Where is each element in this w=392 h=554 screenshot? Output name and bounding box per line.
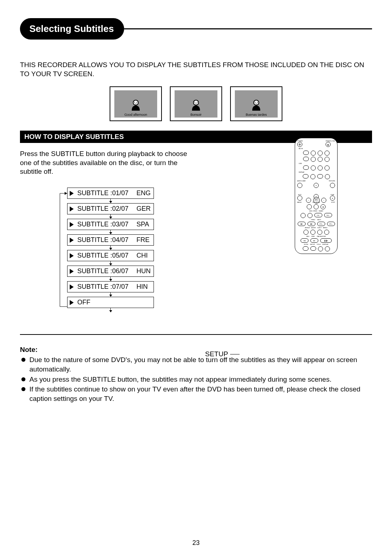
remote-btn-icon bbox=[303, 174, 309, 178]
down-arrow-icon bbox=[67, 308, 154, 312]
note-item: If the subtitles continue to show on you… bbox=[28, 385, 372, 403]
title-btn-label: TITLE bbox=[317, 244, 320, 245]
subtitle-lang: HIN bbox=[136, 283, 148, 291]
play-triangle-icon bbox=[70, 222, 74, 227]
timer-label: TIMER bbox=[319, 210, 323, 212]
audio-label: AUDIO bbox=[311, 227, 316, 229]
down-arrow-icon bbox=[67, 230, 154, 234]
remote-btn-icon bbox=[307, 204, 312, 209]
play-triangle-icon bbox=[70, 191, 74, 196]
mute-label: MUTE bbox=[299, 148, 303, 149]
subtitle-option: SUBTITLE :06/07 HUN bbox=[67, 266, 154, 277]
remote-btn-icon bbox=[325, 246, 330, 251]
note-block: Note: Due to the nature of some DVD's, y… bbox=[20, 346, 372, 403]
subtitle-lang: FRE bbox=[136, 236, 150, 244]
stop-label: STOP bbox=[331, 202, 335, 203]
down-arrow-icon bbox=[67, 277, 154, 281]
prev-button-icon: ⏮ bbox=[298, 222, 306, 226]
tv-caption: Buenas tardes bbox=[246, 113, 267, 116]
fwd-button-icon: ▸▸ bbox=[310, 238, 318, 243]
remote-btn-icon bbox=[317, 230, 322, 235]
openclose-label: OPEN/CLOSE bbox=[326, 140, 335, 142]
step-instruction: Press the SUBTITLE button during playbac… bbox=[20, 149, 194, 176]
tv-screen: Good afternoon bbox=[114, 90, 157, 118]
prev-label: PREV bbox=[311, 219, 315, 221]
subtitle-lang: HUN bbox=[136, 267, 151, 275]
svg-point-6 bbox=[195, 102, 195, 103]
menu2-label: MENU bbox=[323, 227, 327, 229]
person-icon bbox=[130, 98, 142, 111]
subtitle-lang: ENG bbox=[136, 189, 151, 197]
page-title: Selecting Subtitles bbox=[20, 18, 124, 40]
play-triangle-icon bbox=[70, 300, 74, 305]
title-row: Selecting Subtitles bbox=[20, 18, 372, 40]
remote-btn-icon bbox=[318, 151, 323, 156]
display-label: DISPLAY bbox=[322, 244, 328, 245]
next-button-icon: ⏭ bbox=[307, 222, 315, 226]
angle-label: ANGLE bbox=[305, 227, 310, 229]
power-label: POWER bbox=[297, 140, 303, 142]
remote-btn-icon bbox=[318, 165, 323, 171]
return-label: RETURN bbox=[329, 180, 335, 182]
ch-minus-icon: CH- bbox=[314, 213, 322, 217]
subtitle-option: SUBTITLE :01/07 ENG bbox=[67, 188, 154, 199]
svg-point-2 bbox=[134, 102, 135, 103]
svg-point-11 bbox=[257, 102, 258, 103]
remote-btn-icon bbox=[301, 213, 306, 218]
remote-btn-icon bbox=[311, 157, 316, 162]
remote-btn-icon bbox=[314, 204, 319, 209]
remote-btn-icon bbox=[297, 196, 302, 201]
note-item: As you press the SUBTITLE button, the su… bbox=[28, 375, 372, 384]
next-label: NEXT bbox=[317, 219, 321, 221]
tv-caption: Good afternoon bbox=[124, 113, 147, 116]
remote-btn-icon bbox=[318, 157, 323, 162]
remote-btn-icon bbox=[310, 230, 315, 235]
subtitle-option: SUBTITLE :03/07 SPA bbox=[67, 219, 154, 230]
remote-btn-icon bbox=[310, 174, 315, 179]
remote-btn-icon bbox=[311, 165, 316, 171]
play-button-icon: ▸ bbox=[330, 196, 335, 201]
pause-button-icon: ❚❚▸ bbox=[320, 238, 332, 243]
remote-btn-icon bbox=[330, 183, 335, 188]
slow-button-icon bbox=[303, 246, 309, 251]
subtitle-lang: SPA bbox=[136, 221, 149, 228]
subtitle-lang: GER bbox=[136, 205, 151, 213]
subtitle-label: SUBTITLE :02/07 bbox=[77, 205, 128, 213]
nav-left-icon: ‹ bbox=[306, 198, 311, 203]
svg-point-7 bbox=[197, 102, 197, 103]
subtitle-list: SUBTITLE :01/07 ENG SUBTITLE :02/07 GER … bbox=[67, 188, 154, 312]
remote-btn-icon bbox=[324, 157, 330, 162]
subtitle-label: SUBTITLE :03/07 bbox=[77, 221, 128, 228]
svg-point-3 bbox=[136, 102, 137, 103]
tv-screen: Bonsoir bbox=[175, 90, 217, 118]
nav-right-icon: › bbox=[321, 198, 326, 203]
remote-btn-icon bbox=[324, 151, 330, 156]
repeat-label: REPEAT bbox=[299, 172, 305, 173]
off-label: OFF bbox=[77, 299, 90, 306]
tv-example: Buenas tardes bbox=[230, 86, 282, 121]
remote-btn-icon bbox=[303, 230, 309, 235]
subtitle-option: SUBTITLE :04/07 FRE bbox=[67, 234, 154, 246]
play-triangle-icon bbox=[70, 269, 74, 274]
subt-label: SUB.T bbox=[317, 227, 322, 229]
down-arrow-icon bbox=[67, 214, 154, 219]
menu-label: MENU bbox=[297, 202, 302, 203]
play-triangle-icon bbox=[70, 284, 74, 290]
tv-examples-row: Good afternoon Bonsoir Buenas tardes bbox=[20, 86, 372, 121]
subtitle-label: SUBTITLE :05/07 bbox=[77, 252, 128, 259]
remote-btn-icon bbox=[311, 151, 316, 156]
discoper-label: DISC OPER bbox=[309, 210, 317, 212]
nav-pad: ‹ SELECT › bbox=[306, 190, 326, 192]
remote-btn-icon bbox=[303, 151, 309, 155]
subtitle-label: SUBTITLE :04/07 bbox=[77, 236, 128, 244]
subtitle-label: SUBTITLE :07/07 bbox=[77, 283, 128, 291]
note-item: Due to the nature of some DVD's, you may… bbox=[28, 355, 372, 374]
subtitle-off: OFF bbox=[67, 297, 154, 308]
intro-paragraph: THIS RECORDER ALLOWS YOU TO DISPLAY THE … bbox=[20, 61, 372, 78]
title-divider bbox=[124, 28, 372, 29]
openclose-button-icon: ⏏ bbox=[326, 142, 331, 147]
remote-diagram: POWER⏻ OPEN/CLOSE⏏ MUTE USB REPEAT ADD/C… bbox=[295, 138, 338, 254]
down-arrow-icon bbox=[67, 246, 154, 250]
remote-btn-icon bbox=[317, 174, 323, 178]
down-arrow-icon bbox=[67, 261, 154, 266]
